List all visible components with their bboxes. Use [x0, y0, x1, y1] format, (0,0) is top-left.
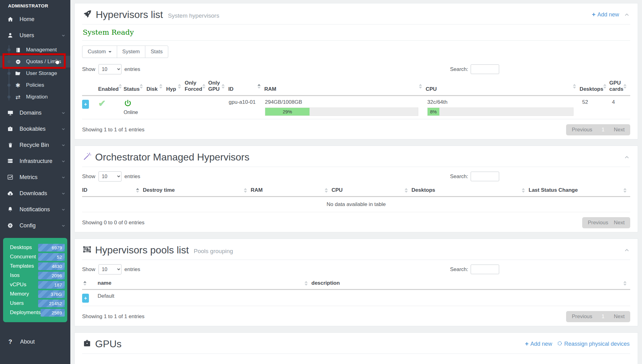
column-header-model[interactable]: Model	[485, 361, 508, 364]
sidebar-subitem-quotas-limits[interactable]: Quotas / Limits	[0, 56, 70, 68]
sidebar-item-downloads[interactable]: Downloads	[0, 185, 70, 201]
sidebar-item-config[interactable]: Config	[0, 217, 70, 234]
search-input[interactable]	[471, 265, 499, 274]
column-header-desktops[interactable]: Desktops	[580, 77, 609, 95]
sidebar-subitem-label: Management	[26, 47, 57, 53]
current-page-button[interactable]: 1	[602, 127, 605, 133]
briefcase-icon	[83, 339, 91, 349]
next-page-button[interactable]: Next	[614, 127, 625, 133]
stat-badge: 52	[38, 253, 65, 261]
sidebar-item-recycle-bin[interactable]: Recycle Bin	[0, 137, 70, 153]
add-new-gpu-button[interactable]: +Add new	[525, 340, 552, 348]
column-header-only-gpu[interactable]: Only GPU	[208, 77, 228, 95]
search-input[interactable]	[471, 64, 499, 74]
column-header-id[interactable]: ID	[228, 77, 264, 95]
rocket-icon	[83, 9, 92, 20]
column-header-desktops-started[interactable]: Desktops started	[414, 361, 464, 364]
column-header-architecture[interactable]: Architecture	[508, 361, 548, 364]
sort-icon	[178, 84, 182, 89]
pagination: Previous 1 Next	[566, 311, 630, 322]
system-status-message: System Ready	[82, 24, 630, 41]
show-label: Show	[82, 173, 95, 180]
sidebar-subitem-user-storage[interactable]: User Storage	[0, 68, 70, 79]
briefcase-icon	[6, 126, 14, 132]
column-header-active-profile[interactable]: Active Profile	[334, 361, 376, 364]
column-header-last-status-change[interactable]: Last Status Change	[529, 184, 630, 196]
column-header-only-forced[interactable]: Only Forced	[185, 77, 208, 95]
column-header-enabled[interactable]: Enabled	[98, 77, 124, 95]
column-header-hyp[interactable]: Hyp	[166, 77, 185, 95]
column-header-gpu-cards[interactable]: GPU cards	[609, 77, 630, 95]
sidebar-item-users[interactable]: Users	[0, 27, 70, 43]
column-header-plans[interactable]: Plans	[376, 361, 414, 364]
sidebar-item-home[interactable]: Home	[0, 11, 70, 27]
previous-page-button[interactable]: Previous	[572, 127, 592, 133]
column-header-destroy-time[interactable]: Destroy time	[143, 184, 251, 196]
empty-table-message: No data available in table	[82, 197, 630, 212]
sidebar-item-label: Domains	[20, 110, 42, 116]
system-view-button[interactable]: System	[117, 46, 146, 58]
column-header-memory[interactable]: Memory	[548, 361, 583, 364]
stat-row-vcpus: vCPUs187	[3, 280, 65, 289]
pool-description	[311, 290, 630, 306]
add-new-button[interactable]: +Add new	[592, 11, 619, 18]
sort-icon	[244, 188, 248, 193]
page-size-select[interactable]: 10	[99, 64, 121, 74]
view-switch-group: Custom System Stats	[82, 46, 168, 58]
sidebar-item-domains[interactable]: Domains	[0, 105, 70, 121]
column-header-physical-dev[interactable]: Physical Dev	[263, 361, 334, 364]
sidebar-item-about[interactable]: ? About	[0, 338, 70, 345]
column-header-expand	[82, 77, 98, 95]
column-header-expand[interactable]	[82, 277, 98, 289]
column-header-brand[interactable]: Brand	[464, 361, 485, 364]
column-header-status[interactable]: Status	[124, 77, 147, 95]
column-header-description[interactable]: description	[311, 277, 630, 289]
column-header-cpu[interactable]: CPU	[426, 77, 580, 95]
sidebar-subitem-policies[interactable]: ✱ Policies	[0, 79, 70, 91]
sidebar-item-label: Recycle Bin	[20, 142, 49, 148]
sidebar-item-notifications[interactable]: Notifications	[0, 201, 70, 217]
page-size-select[interactable]: 10	[99, 171, 121, 182]
current-page-button[interactable]: 1	[602, 314, 605, 320]
collapse-icon[interactable]	[624, 248, 630, 253]
sort-icon	[623, 281, 628, 286]
reassign-devices-button[interactable]: Reassign physical devices	[557, 341, 630, 348]
sidebar-subitem-management[interactable]: Management	[0, 44, 70, 56]
expand-row-button[interactable]: +	[82, 100, 89, 109]
collapse-icon[interactable]	[624, 155, 630, 160]
stat-label: vCPUs	[10, 282, 26, 288]
column-header-name[interactable]: name	[98, 277, 311, 289]
stats-view-button[interactable]: Stats	[145, 46, 168, 58]
pagination: Previous Next	[582, 217, 630, 228]
monitor-icon	[6, 110, 14, 116]
sidebar-item-label: Metrics	[20, 174, 37, 181]
next-page-button[interactable]: Next	[614, 220, 625, 226]
sidebar-item-infrastructure[interactable]: Infrastructure	[0, 153, 70, 169]
column-header-description[interactable]: Description	[202, 361, 263, 364]
collapse-icon[interactable]	[624, 12, 630, 18]
show-label: Show	[82, 66, 95, 72]
column-header-disk[interactable]: Disk	[147, 77, 166, 95]
column-header-desktops[interactable]: Desktops	[411, 184, 529, 196]
magic-wand-icon	[83, 152, 91, 162]
search-input[interactable]	[471, 172, 499, 181]
chart-icon	[6, 174, 14, 180]
sidebar-subitem-migration[interactable]: ⇄ Migration	[0, 91, 70, 103]
stat-label: Desktops	[10, 244, 32, 251]
stat-row-isos: Isos2096	[3, 271, 65, 280]
column-header-ram[interactable]: RAM	[264, 77, 426, 95]
sidebar-item-metrics[interactable]: Metrics	[0, 169, 70, 185]
next-page-button[interactable]: Next	[614, 314, 625, 320]
previous-page-button[interactable]: Previous	[572, 314, 592, 320]
column-header-action[interactable]: Action	[583, 361, 630, 364]
page-size-select[interactable]: 10	[99, 264, 121, 274]
previous-page-button[interactable]: Previous	[588, 220, 608, 226]
column-header-id[interactable]: ID	[82, 184, 143, 196]
custom-view-button[interactable]: Custom	[82, 46, 117, 58]
sidebar-item-bookables[interactable]: Bookables	[0, 121, 70, 137]
expand-row-button[interactable]: +	[82, 294, 89, 303]
stat-badge: 2096	[38, 272, 65, 279]
column-header-name[interactable]: Name	[98, 361, 202, 364]
column-header-ram[interactable]: RAM	[251, 184, 332, 196]
column-header-cpu[interactable]: CPU	[332, 184, 411, 196]
